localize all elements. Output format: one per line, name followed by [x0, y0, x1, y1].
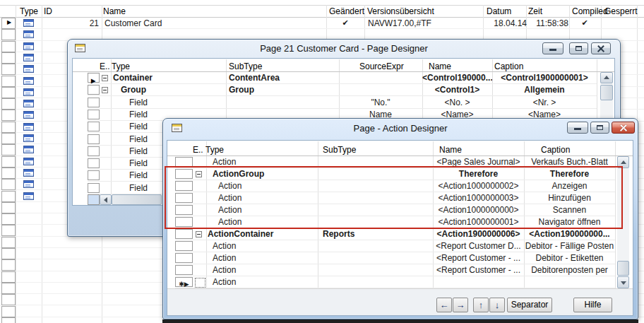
- cell-subtype[interactable]: Reports: [318, 228, 438, 240]
- cell-type[interactable]: Action: [206, 264, 322, 276]
- cell-type[interactable]: Action: [206, 180, 328, 192]
- scroll-up-button[interactable]: [617, 156, 629, 168]
- cell-caption[interactable]: Hinzufügen: [524, 192, 615, 204]
- cell-name[interactable]: <Page Sales Journal>: [433, 156, 524, 168]
- cell-caption[interactable]: Debitor - Fällige Posten: [524, 240, 615, 252]
- cell-caption[interactable]: Debitorenposten per: [524, 264, 615, 276]
- move-right-button[interactable]: →: [453, 298, 468, 312]
- cell-type[interactable]: Action: [206, 276, 322, 288]
- cell-name[interactable]: <Report Customer D...: [433, 240, 524, 252]
- table-row[interactable]: Action <Report Customer - ... Debitor - …: [175, 252, 615, 264]
- collapse-toggle-icon[interactable]: [196, 231, 202, 237]
- cell-name[interactable]: <Action1000000000>: [433, 204, 524, 216]
- row-selector-arrow-icon: ▶: [184, 281, 189, 288]
- row-selector-cell[interactable]: [175, 265, 193, 275]
- cell-caption[interactable]: Scannen: [524, 204, 615, 216]
- scroll-down-button[interactable]: [617, 276, 629, 288]
- cell-caption[interactable]: Therefore: [524, 168, 615, 180]
- cell-name[interactable]: <Action1000000003>: [433, 192, 524, 204]
- ad-header-name: Name: [439, 145, 462, 155]
- grid-bottom-line: [167, 288, 633, 289]
- ad-header-type: Type: [205, 145, 224, 155]
- cell-name[interactable]: <Action1000000002>: [433, 180, 524, 192]
- table-row[interactable]: Action <Action1000000001> Navigator öffn…: [175, 216, 615, 228]
- ad-header-caption: Caption: [541, 145, 570, 155]
- active-cell-marquee: [195, 278, 205, 288]
- cell-caption[interactable]: Anzeigen: [524, 180, 615, 192]
- grid-line: [615, 141, 616, 288]
- cell-name[interactable]: <Report Customer - ...: [433, 252, 524, 264]
- row-selector-cell[interactable]: [175, 169, 193, 179]
- cell-caption[interactable]: <Action190000000...: [524, 228, 615, 240]
- cell-caption[interactable]: Debitor - Etiketten: [524, 252, 615, 264]
- cell-type[interactable]: Action: [206, 204, 328, 216]
- cell-type[interactable]: Action: [206, 252, 322, 264]
- row-selector-cell[interactable]: [175, 229, 193, 239]
- cell-type[interactable]: Action: [206, 240, 322, 252]
- separator-button[interactable]: Separator: [507, 298, 552, 312]
- cell-name[interactable]: <Report Customer - ...: [433, 264, 524, 276]
- cell-type[interactable]: Action: [206, 192, 328, 204]
- row-selector-cell[interactable]: [175, 253, 193, 263]
- row-selector-cell[interactable]: [175, 181, 193, 191]
- ad-header-expand: E..: [193, 145, 205, 155]
- cell-name[interactable]: Therefore: [433, 168, 524, 180]
- table-row-new[interactable]: ✱▶ Action: [175, 276, 615, 288]
- row-selector-cell[interactable]: [175, 157, 193, 167]
- table-row[interactable]: Action <Report Customer D... Debitor - F…: [175, 240, 615, 252]
- row-selector-cell[interactable]: ✱▶: [175, 277, 193, 287]
- row-selector-cell[interactable]: [175, 205, 193, 215]
- minimize-button[interactable]: [567, 122, 588, 134]
- cell-name[interactable]: <Action1000000001>: [433, 216, 524, 228]
- table-row[interactable]: Action <Action1000000002> Anzeigen: [175, 180, 615, 192]
- table-row[interactable]: Action <Action1000000000> Scannen: [175, 204, 615, 216]
- cell-caption[interactable]: Verkaufs Buch.-Blatt: [524, 156, 615, 168]
- table-row[interactable]: ActionContainer Reports <Action190000000…: [175, 228, 615, 240]
- table-row[interactable]: ActionGroup Therefore Therefore: [175, 168, 615, 180]
- help-button[interactable]: Hilfe: [573, 298, 612, 312]
- restore-icon: [597, 125, 603, 130]
- table-row[interactable]: Action <Page Sales Journal> Verkaufs Buc…: [175, 156, 615, 168]
- new-row-asterisk-icon: ✱: [179, 281, 184, 288]
- minimize-icon: [574, 128, 581, 130]
- vertical-scrollbar-thumb[interactable]: [617, 261, 629, 276]
- table-row[interactable]: Action <Action1000000003> Hinzufügen: [175, 192, 615, 204]
- collapse-toggle-icon[interactable]: [196, 171, 202, 177]
- row-selector-cell[interactable]: [175, 193, 193, 203]
- cell-caption[interactable]: Navigator öffnen: [524, 216, 615, 228]
- cell-type[interactable]: ActionContainer: [206, 228, 317, 240]
- move-left-button[interactable]: ←: [436, 298, 452, 312]
- row-selector-cell[interactable]: [175, 217, 193, 227]
- arrow-down-icon: [621, 281, 626, 285]
- row-selector-cell[interactable]: [175, 241, 193, 251]
- cell-type[interactable]: Action: [206, 156, 322, 168]
- move-down-button[interactable]: ↓: [489, 298, 505, 312]
- close-button[interactable]: [612, 122, 635, 134]
- move-up-button[interactable]: ↑: [473, 298, 489, 312]
- cell-type[interactable]: ActionGroup: [206, 168, 322, 180]
- arrow-up-icon: [621, 160, 626, 164]
- footer-bar: [167, 289, 633, 315]
- table-row[interactable]: Action <Report Customer - ... Debitorenp…: [175, 264, 615, 276]
- ad-header-subtype: SubType: [323, 145, 356, 155]
- restore-button[interactable]: [590, 122, 609, 134]
- cell-type[interactable]: Action: [206, 216, 328, 228]
- cell-name[interactable]: <Action1900000006>: [433, 228, 524, 240]
